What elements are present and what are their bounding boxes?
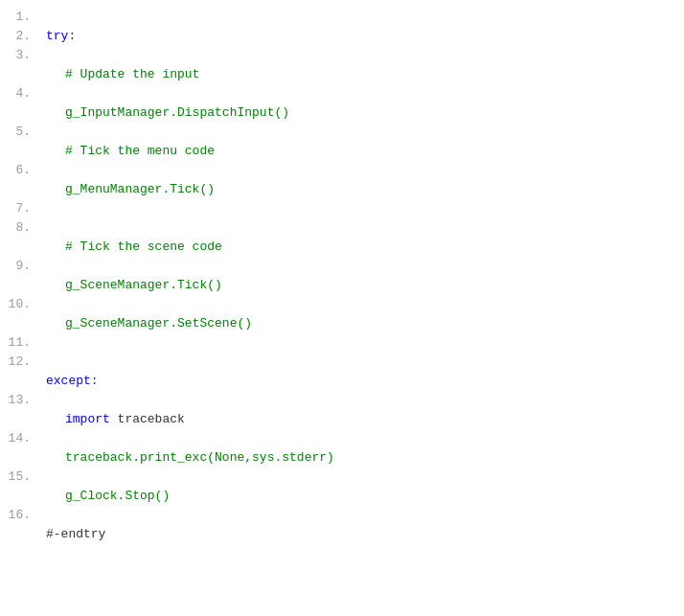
code-line-dispatch: g_InputManager.DispatchInput() [0,103,684,123]
colon-2: : [91,374,99,388]
code-line-clock-stop: g_Clock.Stop() [0,487,684,506]
line-number-8: 8. [0,218,46,238]
code-line-comment-1: # Update the input [0,65,684,84]
function-dispatch-input: g_InputManager.DispatchInput() [65,105,289,120]
code-line-import: import traceback [0,410,684,429]
line-number-16: 16. [0,506,46,525]
line-content-import: import traceback [46,410,684,429]
line-content-menu-tick: g_MenuManager.Tick() [46,180,684,199]
line-number-4: 4. [0,84,46,103]
function-scene-tick: g_SceneManager.Tick() [65,278,222,292]
line-number-2: 2. [0,27,46,46]
line-number-7: 7. [0,199,46,218]
keyword-import: import [65,412,110,426]
line-number-6: 6. [0,161,46,180]
code-line-7: 7. [0,199,684,218]
code-line-except: except: [0,372,684,391]
line-number-12: 12. [0,353,46,372]
line-number-13: 13. [0,391,46,410]
code-line-endtry: #-endtry [0,525,684,544]
keyword-try: try [46,29,68,43]
code-line-comment-3: # Tick the scene code [0,238,684,257]
line-content-2: try: [46,27,684,46]
line-number-3: 3. [0,46,46,65]
line-number-1: 1. [0,8,46,27]
line-content-comment-1: # Update the input [46,65,684,84]
code-line-13: 13. [0,391,684,410]
function-clock-stop: g_Clock.Stop() [65,489,170,503]
line-number-11: 11. [0,333,46,353]
code-line-print-exc: traceback.print_exc(None,sys.stderr) [0,448,684,468]
line-number-9: 9. [0,257,46,276]
line-content-comment-3: # Tick the scene code [46,238,684,257]
line-content-scene-setscene: g_SceneManager.SetScene() [46,314,684,333]
code-line-12: 12. [0,353,684,372]
code-line-scene-tick: g_SceneManager.Tick() [0,276,684,295]
comment-tick-scene: # Tick the scene code [65,240,222,254]
code-line-menu-tick: g_MenuManager.Tick() [0,180,684,199]
code-line-10: 10. [0,295,684,314]
code-line-5: 5. [0,123,684,142]
line-number-14: 14. [0,429,46,448]
line-content-clock-stop: g_Clock.Stop() [46,487,684,506]
function-menu-tick: g_MenuManager.Tick() [65,182,215,196]
line-content-endtry: #-endtry [46,525,684,544]
line-number-10: 10. [0,295,46,314]
keyword-except: except [46,374,91,388]
line-number-15: 15. [0,468,46,487]
function-print-exc: traceback.print_exc(None,sys.stderr) [65,450,334,465]
line-content-comment-2: # Tick the menu code [46,142,684,161]
code-line-comment-2: # Tick the menu code [0,142,684,161]
code-line-15: 15. [0,468,684,487]
code-line-scene-setscene: g_SceneManager.SetScene() [0,314,684,333]
comment-tick-menu: # Tick the menu code [65,144,215,158]
colon-1: : [68,29,76,43]
code-line-16: 16. [0,506,684,525]
code-line-6: 6. [0,161,684,180]
code-line-3: 3. [0,46,684,65]
line-content-dispatch: g_InputManager.DispatchInput() [46,103,684,123]
code-line-9: 9. [0,257,684,276]
code-line-1: 1. [0,8,684,27]
line-content-except: except: [46,372,684,391]
directive-endtry: #-endtry [46,527,105,541]
function-scene-setscene: g_SceneManager.SetScene() [65,316,252,331]
line-content-print-exc: traceback.print_exc(None,sys.stderr) [46,448,684,468]
code-line-4: 4. [0,84,684,103]
code-line-2: 2. try: [0,27,684,46]
import-traceback: traceback [110,412,185,426]
code-line-8: 8. [0,218,684,238]
code-editor: 1. 2. try: 3. # Update the input 4. g_In… [0,0,684,616]
comment-update-input: # Update the input [65,67,199,81]
code-line-11: 11. [0,333,684,353]
line-content-scene-tick: g_SceneManager.Tick() [46,276,684,295]
code-line-14: 14. [0,429,684,448]
line-number-5: 5. [0,123,46,142]
